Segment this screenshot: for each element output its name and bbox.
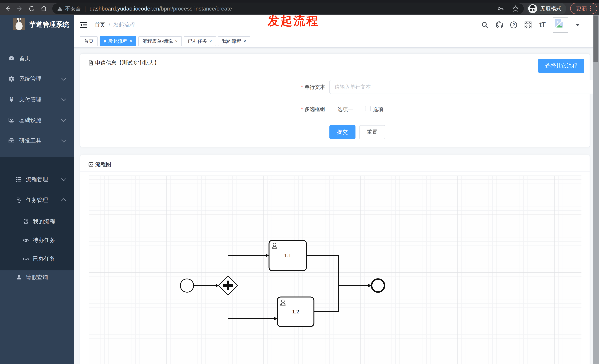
robot-icon [22, 218, 30, 225]
sidebar-item-infra[interactable]: 基础设施 [0, 110, 74, 130]
font-size-icon[interactable]: tT [538, 21, 546, 29]
task1-label: 1.1 [284, 253, 291, 258]
chevron-down-icon [61, 117, 66, 122]
scrollbar-thumb[interactable] [593, 16, 598, 62]
chevron-down-icon [61, 96, 66, 101]
image-icon [88, 162, 94, 167]
page-scrollbar[interactable] [593, 15, 599, 364]
yuan-icon: ¥ [7, 96, 16, 103]
chevron-down-icon [61, 76, 66, 81]
close-icon[interactable]: × [209, 39, 212, 43]
url-path[interactable]: /bpm/process-instance/create [159, 6, 232, 12]
sidebar-item-home[interactable]: 首页 [0, 48, 74, 69]
active-dot-icon [104, 40, 106, 42]
browser-tab-strip [0, 0, 599, 3]
sidebar-item-devtools[interactable]: 研发工具 [0, 130, 74, 151]
github-icon[interactable] [495, 21, 503, 29]
app-logo-row[interactable]: 芋道管理系统 [0, 17, 74, 36]
single-line-text-input[interactable] [329, 80, 599, 94]
checkbox-option-2[interactable] [365, 106, 371, 111]
eye-closed-icon [22, 255, 30, 262]
chevron-down-icon [61, 137, 66, 143]
sidebar-item-payment[interactable]: ¥ 支付管理 [0, 89, 74, 110]
update-button[interactable]: 更新 [570, 3, 597, 14]
process-diagram-panel: 流程图 1.1 [80, 155, 590, 364]
sidebar-item-done-tasks[interactable]: 已办任务 [0, 250, 74, 268]
chevron-up-icon [61, 198, 66, 203]
page-annotation: 发起流程 [268, 13, 319, 29]
tab-home[interactable]: 首页 [80, 36, 97, 46]
back-icon[interactable] [3, 4, 13, 14]
toolbox-icon [7, 137, 16, 144]
bpmn-diagram: 1.1 1.2 [89, 176, 581, 364]
svg-text:?: ? [512, 22, 515, 27]
app-header: 首页 / 发起流程 ? tT [74, 15, 593, 35]
tab-create-process[interactable]: 发起流程 × [100, 36, 136, 46]
home-icon[interactable] [39, 4, 49, 14]
org-icon [15, 197, 23, 203]
broken-image-icon [554, 18, 564, 29]
sidebar-item-task-mgmt[interactable]: 任务管理 [0, 190, 74, 211]
checkbox-option-2-label[interactable]: 选项二 [373, 106, 388, 113]
bookmark-star-icon[interactable] [512, 5, 519, 12]
tree-icon [15, 176, 23, 183]
breadcrumb: 首页 / 发起流程 [95, 15, 135, 35]
submit-button[interactable]: 提交 [329, 125, 355, 139]
sidebar-item-leave-query[interactable]: 请假查询 [0, 268, 74, 287]
help-icon[interactable]: ? [510, 21, 518, 29]
url-host[interactable]: dashboard.yudao.iocoder.cn [90, 6, 159, 12]
eye-icon [22, 237, 30, 244]
key-icon[interactable] [497, 5, 504, 12]
incognito-icon [528, 4, 537, 13]
avatar[interactable] [553, 17, 568, 33]
monitor-icon [7, 117, 16, 124]
close-icon[interactable]: × [244, 39, 246, 43]
security-label[interactable]: 不安全 [65, 5, 81, 12]
gear-icon [7, 75, 16, 82]
tab-form-edit[interactable]: 流程表单-编辑 × [138, 36, 182, 46]
text-field-label: *单行文本 [250, 84, 325, 91]
user-icon [15, 274, 23, 280]
forward-icon[interactable] [15, 4, 25, 14]
sidebar-item-process-mgmt[interactable]: 流程管理 [0, 169, 74, 190]
sidebar: 芋道管理系统 首页 系统管理 ¥ 支付管理 基础设施 研发工具 [0, 15, 74, 364]
update-label[interactable]: 更新 [576, 5, 587, 12]
url-bar[interactable]: 不安全 | dashboard.yudao.iocoder.cn/bpm/pro… [52, 3, 524, 14]
fullscreen-icon[interactable] [524, 21, 532, 29]
tab-my-process[interactable]: 我的流程 × [218, 36, 250, 46]
url-separator: | [84, 6, 86, 12]
app-title: 芋道管理系统 [29, 20, 69, 29]
select-other-process-button[interactable]: 选择其它流程 [538, 59, 584, 73]
divider [80, 171, 590, 172]
view-tabs: 首页 发起流程 × 流程表单-编辑 × 已办任务 × 我的流程 × [74, 35, 593, 48]
incognito-badge: 无痕模式 [527, 3, 566, 14]
breadcrumb-separator: / [109, 22, 110, 28]
apply-panel-title: 申请信息【测试多审批人】 [88, 59, 159, 67]
sidebar-item-my-process[interactable]: 我的流程 [0, 212, 74, 231]
checkbox-group-label: *多选框组 [250, 106, 325, 113]
breadcrumb-home[interactable]: 首页 [95, 21, 105, 29]
warning-icon [57, 6, 63, 11]
chevron-down-icon [61, 176, 66, 181]
sidebar-item-todo-tasks[interactable]: 待办任务 [0, 231, 74, 249]
tab-done-tasks[interactable]: 已办任务 × [184, 36, 216, 46]
menu-dots-icon[interactable] [590, 6, 591, 11]
checkbox-option-1[interactable] [330, 106, 335, 111]
checkbox-option-1-label[interactable]: 选项一 [338, 106, 353, 113]
required-mark: * [301, 106, 303, 112]
collapse-sidebar-icon[interactable] [79, 21, 88, 29]
sidebar-item-system[interactable]: 系统管理 [0, 68, 74, 89]
start-event [180, 279, 194, 292]
workflow-submenu: 流程管理 任务管理 我的流程 待办任务 已办任务 [0, 157, 74, 271]
reset-button[interactable]: 重置 [359, 125, 385, 139]
dashboard-icon [7, 55, 16, 62]
reload-icon[interactable] [27, 4, 37, 14]
flow-gateway-to-task2 [228, 295, 274, 319]
search-icon[interactable] [481, 21, 489, 29]
avatar-dropdown-caret[interactable] [576, 24, 580, 26]
close-icon[interactable]: × [130, 39, 132, 43]
document-icon [88, 60, 94, 66]
app-logo [13, 18, 25, 30]
close-icon[interactable]: × [175, 39, 178, 43]
incognito-label: 无痕模式 [540, 5, 562, 12]
